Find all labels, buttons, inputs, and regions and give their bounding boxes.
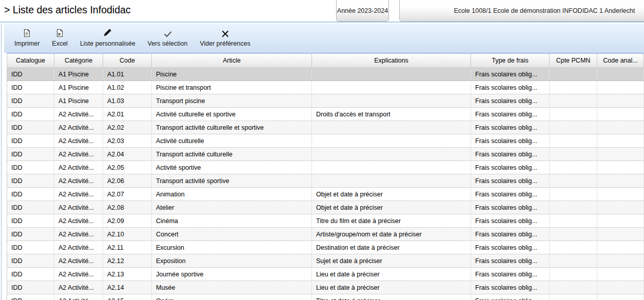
cell-categorie: A2 Activité... [54, 121, 103, 134]
table-row[interactable]: IDD A2 Activité... A2.05 Activité sporti… [7, 161, 644, 174]
column-header-catalogue[interactable]: Catalogue [7, 54, 54, 68]
cell-article: Atelier [152, 201, 312, 214]
table-row[interactable]: IDD A2 Activité... A2.06 Transport activ… [7, 174, 644, 188]
cell-categorie: A2 Activité... [54, 188, 103, 201]
print-button[interactable]: Imprimer [8, 27, 46, 48]
table-row[interactable]: IDD A2 Activité... A2.07 Animation Objet… [7, 188, 644, 201]
cell-categorie: A2 Activité... [54, 294, 103, 300]
table-row[interactable]: IDD A2 Activité... A2.08 Atelier Objet e… [7, 201, 644, 214]
cell-type-de-frais: Frais scolaires oblig... [471, 281, 550, 294]
table-row[interactable]: IDD A1 Piscine A1.03 Transport piscine F… [7, 94, 644, 108]
table-body: IDD A1 Piscine A1.01 Piscine Frais scola… [7, 68, 644, 300]
cell-explications: Sujet et date à préciser [312, 254, 471, 267]
cell-explications [312, 174, 471, 187]
cell-cpte-pcmn [550, 68, 597, 81]
cell-code: A2.13 [103, 268, 152, 281]
column-header-code[interactable]: Code [103, 54, 152, 68]
cell-categorie: A2 Activité... [54, 148, 103, 161]
cell-code: A2.02 [103, 121, 152, 134]
cell-code: A2.11 [103, 241, 152, 254]
column-header-categorie[interactable]: Catégorie [54, 54, 103, 68]
cell-categorie: A2 Activité... [54, 134, 103, 147]
cell-categorie: A2 Activité... [54, 201, 103, 214]
cell-type-de-frais: Frais scolaires oblig... [471, 68, 550, 81]
cell-code-anal [597, 241, 644, 254]
column-header-type-de-frais[interactable]: Type de frais [471, 54, 550, 68]
column-header-article[interactable]: Article [152, 54, 312, 68]
table-row[interactable]: IDD A2 Activité... A2.10 Concert Artiste… [7, 228, 644, 241]
cell-article: Activité sportive [152, 161, 312, 174]
cell-catalogue: IDD [7, 161, 54, 174]
cell-type-de-frais: Frais scolaires oblig... [471, 148, 550, 161]
cell-catalogue: IDD [7, 174, 54, 187]
cell-catalogue: IDD [7, 228, 54, 241]
table-row[interactable]: IDD A1 Piscine A1.02 Piscine et transpor… [7, 81, 644, 94]
cell-cpte-pcmn [550, 188, 597, 201]
cell-explications: Lieu et date à préciser [312, 268, 471, 281]
cell-catalogue: IDD [7, 268, 54, 281]
tab-school-year[interactable]: Année 2023-2024 [336, 0, 389, 22]
excel-button-label: Excel [52, 40, 68, 47]
to-selection-button[interactable]: Vers sélection [142, 27, 194, 48]
pencil-icon [103, 28, 112, 37]
table-row[interactable]: IDD A2 Activité... A2.11 Excursion Desti… [7, 241, 644, 254]
cell-code-anal [597, 214, 644, 227]
cell-code: A1.03 [103, 94, 152, 107]
cell-type-de-frais: Frais scolaires oblig... [471, 254, 550, 267]
table-row[interactable]: IDD A2 Activité... A2.01 Activité cultur… [7, 108, 644, 121]
cell-categorie: A1 Piscine [54, 68, 103, 81]
table-row[interactable]: IDD A2 Activité... A2.14 Musée Lieu et d… [7, 281, 644, 294]
cell-catalogue: IDD [7, 134, 54, 147]
cell-cpte-pcmn [550, 201, 597, 214]
cell-explications [312, 121, 471, 134]
cell-type-de-frais: Frais scolaires oblig... [471, 214, 550, 227]
excel-button[interactable]: Excel [46, 27, 74, 48]
cell-explications: Objet et date à préciser [312, 188, 471, 201]
table-row[interactable]: IDD A1 Piscine A1.01 Piscine Frais scola… [7, 68, 644, 81]
cell-cpte-pcmn [550, 294, 597, 300]
cell-type-de-frais: Frais scolaires oblig... [471, 134, 550, 147]
tab-school[interactable]: Ecole 1008/1 Ecole de démonstration INFO… [399, 0, 644, 22]
cell-type-de-frais: Frais scolaires oblig... [471, 108, 550, 121]
cell-code: A1.02 [103, 81, 152, 94]
cell-code-anal [597, 121, 644, 134]
column-header-cpte-pcmn[interactable]: Cpte PCMN [550, 54, 597, 68]
table-row[interactable]: IDD A2 Activité... A2.09 Cinéma Titre du… [7, 214, 644, 228]
cell-code-anal [597, 94, 644, 107]
column-header-code-anal[interactable]: Code anal... [597, 54, 644, 68]
column-header-explications[interactable]: Explications [312, 54, 471, 68]
cell-categorie: A2 Activité... [54, 214, 103, 227]
cell-code-anal [597, 148, 644, 161]
cell-article: Piscine [152, 68, 312, 81]
cell-code: A2.03 [103, 134, 152, 147]
table-row[interactable]: IDD A2 Activité... A2.03 Activité cultur… [7, 134, 644, 148]
cell-catalogue: IDD [7, 94, 54, 107]
print-button-label: Imprimer [14, 40, 40, 47]
cell-type-de-frais: Frais scolaires oblig... [471, 161, 550, 174]
table-row[interactable]: IDD A2 Activité... A2.15 Opéra Titre et … [7, 294, 644, 300]
custom-list-button[interactable]: Liste personnalisée [74, 27, 142, 48]
table-row[interactable]: IDD A2 Activité... A2.12 Exposition Suje… [7, 254, 644, 268]
table-row[interactable]: IDD A2 Activité... A2.04 Transport activ… [7, 148, 644, 161]
cell-catalogue: IDD [7, 294, 54, 300]
cell-categorie: A2 Activité... [54, 268, 103, 281]
title-bar: > Liste des articles Infodidac Année 202… [0, 0, 644, 23]
cell-explications: Titre du film et date à préciser [312, 214, 471, 227]
clear-preferences-button[interactable]: Vider préférences [193, 27, 256, 48]
checkmark-icon [164, 28, 172, 37]
cell-code: A2.07 [103, 188, 152, 201]
page-title: > Liste des articles Infodidac [4, 4, 131, 16]
cell-explications: Destination et date à préciser [312, 241, 471, 254]
cell-type-de-frais: Frais scolaires oblig... [471, 94, 550, 107]
cell-article: Musée [152, 281, 312, 294]
cell-type-de-frais: Frais scolaires oblig... [471, 228, 550, 241]
cell-categorie: A1 Piscine [54, 94, 103, 107]
cell-explications: Lieu et date à préciser [312, 281, 471, 294]
cell-cpte-pcmn [550, 228, 597, 241]
cell-type-de-frais: Frais scolaires oblig... [471, 241, 550, 254]
cell-code: A2.15 [103, 294, 152, 300]
table-row[interactable]: IDD A2 Activité... A2.02 Transport activ… [7, 121, 644, 134]
table-row[interactable]: IDD A2 Activité... A2.13 Journée sportiv… [7, 268, 644, 281]
cell-cpte-pcmn [550, 161, 597, 174]
cell-cpte-pcmn [550, 254, 597, 267]
